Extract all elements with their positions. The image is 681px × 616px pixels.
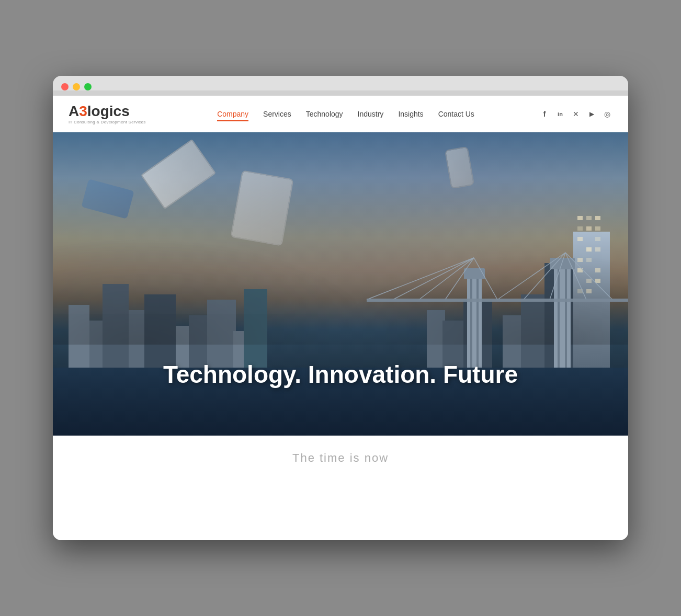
navbar: A3logics IT Consulting & Development Ser… [53,96,628,132]
bridge-cables [367,253,628,368]
nav-links: Company Services Technology Industry Ins… [152,109,539,119]
svg-line-0 [367,258,474,300]
svg-rect-10 [367,299,628,302]
social-icons: f in ✕ ▶ ◎ [539,109,612,119]
nav-item-industry[interactable]: Industry [358,109,384,119]
traffic-lights [61,83,620,90]
minimize-button[interactable] [73,83,80,90]
logo-prefix: A [69,103,79,119]
logo-subtitle: IT Consulting & Development Services [69,120,152,124]
logo-text: A3logics [69,104,152,119]
logo-accent: 3 [79,103,87,119]
browser-window: A3logics IT Consulting & Development Ser… [53,76,628,540]
instagram-icon[interactable]: ◎ [602,109,612,119]
svg-line-6 [524,253,565,300]
nav-link-industry[interactable]: Industry [358,110,384,120]
linkedin-icon[interactable]: in [555,109,565,119]
hero-subtitle-below: The time is now [292,451,389,465]
nav-link-services[interactable]: Services [263,110,291,120]
nav-item-technology[interactable]: Technology [306,109,343,119]
nav-item-insights[interactable]: Insights [398,109,423,119]
below-hero: The time is now [53,436,628,540]
svg-line-4 [474,258,497,300]
svg-line-2 [419,258,474,300]
svg-line-7 [550,253,565,300]
logo-suffix: logics [87,103,130,119]
svg-line-5 [497,253,565,300]
svg-line-1 [393,258,474,300]
nav-item-company[interactable]: Company [217,109,248,119]
nav-link-contact[interactable]: Contact Us [438,110,474,120]
x-twitter-icon[interactable]: ✕ [571,109,581,119]
hero-title: Technology. Innovation. Future [53,360,628,389]
nav-link-company[interactable]: Company [217,110,248,121]
nav-item-contact[interactable]: Contact Us [438,109,474,119]
browser-chrome [53,76,628,90]
svg-line-8 [565,253,586,300]
close-button[interactable] [61,83,69,90]
nav-link-insights[interactable]: Insights [398,110,423,120]
browser-content: A3logics IT Consulting & Development Ser… [53,96,628,540]
maximize-button[interactable] [84,83,92,90]
svg-line-3 [445,258,474,300]
facebook-icon[interactable]: f [539,109,550,119]
hero-content: Technology. Innovation. Future [53,360,628,394]
youtube-icon[interactable]: ▶ [586,109,597,119]
nav-item-services[interactable]: Services [263,109,291,119]
hero-section: Technology. Innovation. Future [53,132,628,436]
svg-line-9 [565,253,612,300]
nav-link-technology[interactable]: Technology [306,110,343,120]
logo[interactable]: A3logics IT Consulting & Development Ser… [69,104,152,124]
